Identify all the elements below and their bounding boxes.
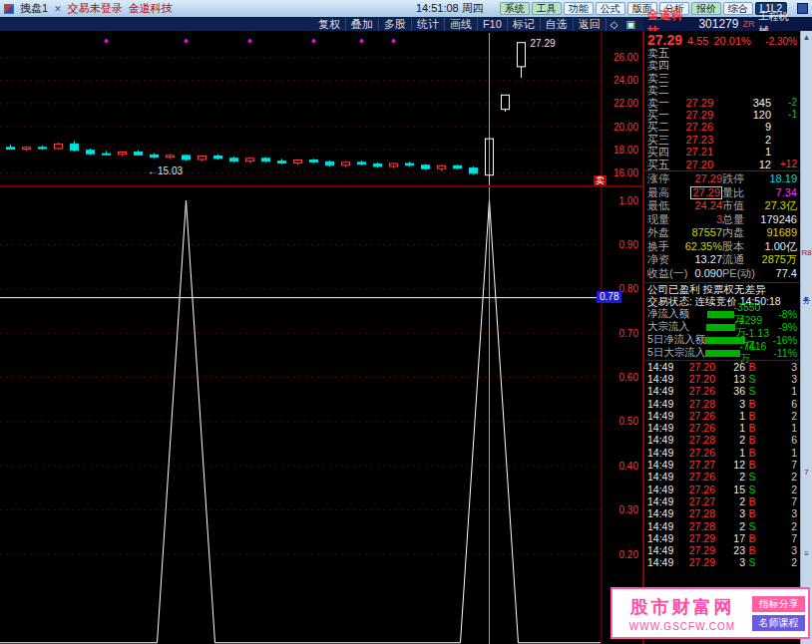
app-window: 拽盘1 ✕ 交易未登录 金道科技 14:51:08 周四 系统工具功能公式版面分… — [0, 0, 812, 644]
toolbar-复权[interactable]: 复权 — [313, 18, 346, 31]
menu-系统[interactable]: 系统 — [500, 2, 530, 15]
toolbar-标记[interactable]: 标记 — [508, 18, 541, 31]
order-delta — [771, 121, 797, 133]
strip-item-7[interactable]: 7 — [801, 468, 812, 477]
order-book-row[interactable]: 卖四 — [644, 59, 800, 71]
tick-count: 2 — [759, 410, 797, 422]
svg-text:0.50: 0.50 — [619, 416, 639, 427]
tab-close-icon[interactable]: ✕ — [54, 4, 62, 14]
stat-value: 13.27 — [694, 253, 722, 267]
stat-value: 7.34 — [776, 186, 797, 200]
stat-label: 市值 — [722, 199, 744, 213]
stat-value: 1.00亿 — [765, 240, 797, 254]
stat-value: 2875万 — [762, 253, 797, 267]
diamond-icon[interactable]: ◇ — [607, 19, 622, 30]
watermark-banner[interactable]: 股市财富网 WWW.GSCFW.COM 指标分享 名师课程 — [610, 587, 810, 639]
stat-label: 收益(一) — [647, 267, 687, 281]
order-level-label: 买三 — [647, 134, 673, 146]
login-status[interactable]: 交易未登录 — [68, 1, 123, 16]
tick-price: 27.28 — [679, 520, 715, 532]
tick-count: 2 — [759, 556, 797, 568]
tick-side: B — [745, 447, 759, 459]
kline-toolbar: 复权叠加多股统计画线F10标记自选返回 ◇ ▣ — [0, 17, 643, 31]
strip-item-▲[interactable]: ▲ — [801, 33, 812, 42]
stat-value: 77.4 — [776, 267, 797, 281]
toolbar-统计[interactable]: 统计 — [412, 18, 445, 31]
order-book-row[interactable]: 买一27.29120-1 — [644, 109, 800, 121]
order-book-row[interactable]: 卖五 — [644, 47, 800, 59]
order-book-row[interactable]: 卖二 — [644, 84, 800, 96]
menu-综合[interactable]: 综合 — [723, 2, 753, 15]
app-icon — [4, 4, 14, 14]
menu-功能[interactable]: 功能 — [564, 2, 594, 15]
svg-text:0.80: 0.80 — [619, 283, 639, 294]
stats-grid: 涨停27.29跌停18.19最高27.29量比7.34最低24.24市值27.3… — [644, 170, 800, 282]
titlebar-menus: 系统工具功能公式版面分析报价综合L1L2 — [500, 2, 787, 15]
stat-cell: 最高27.29 — [647, 186, 722, 200]
tick-time: 14:49 — [647, 520, 679, 532]
menu-公式[interactable]: 公式 — [596, 2, 625, 15]
window-split-icon[interactable]: ▣ — [622, 19, 639, 30]
candlestick-pane[interactable]: 26.0024.0022.0020.0018.0016.0027.29←15.0… — [0, 31, 642, 185]
toolbar-叠加[interactable]: 叠加 — [346, 18, 379, 31]
layout-icon[interactable] — [797, 3, 808, 14]
menu-报价[interactable]: 报价 — [691, 2, 721, 15]
stat-value: 27.29 — [694, 172, 722, 186]
order-volume: 9 — [713, 121, 771, 133]
order-book-row[interactable]: 卖一27.29345-2 — [644, 97, 800, 109]
flow-pct: -8% — [769, 308, 797, 320]
order-book-row[interactable]: 买三27.232 — [644, 134, 800, 146]
svg-text:←15.03: ←15.03 — [148, 165, 183, 176]
tick-time: 14:49 — [647, 398, 679, 410]
tick-side: B — [745, 361, 759, 373]
tick-side: S — [745, 373, 759, 385]
tick-count: 7 — [759, 459, 797, 471]
price-change: 4.55 — [687, 35, 708, 47]
order-volume: 12 — [713, 159, 771, 170]
toolbar-多股[interactable]: 多股 — [379, 18, 412, 31]
tick-row: 14:4927.2615S2 — [644, 483, 800, 495]
stats-row: 收益(一)0.090PE(动)77.4 — [644, 267, 800, 281]
tick-count: 3 — [759, 361, 797, 373]
order-book-row[interactable]: 卖三 — [644, 72, 800, 84]
order-price — [673, 72, 713, 84]
current-stock-shortcut[interactable]: 金道科技 — [129, 1, 173, 16]
order-book-row[interactable]: 买五27.2012+12 — [644, 159, 800, 170]
order-level-label: 卖五 — [647, 47, 673, 59]
tick-side: B — [745, 544, 759, 556]
order-book-row[interactable]: 买四27.211 — [644, 146, 800, 158]
toolbar-F10[interactable]: F10 — [478, 18, 508, 31]
workspace-tab[interactable]: 拽盘1 — [20, 1, 48, 16]
chart-area[interactable]: 26.0024.0022.0020.0018.0016.0027.29←15.0… — [0, 31, 643, 644]
last-price: 27.29 — [647, 32, 682, 48]
toolbar-画线[interactable]: 画线 — [445, 18, 478, 31]
indicator-pane[interactable]: 1.000.900.800.700.600.500.400.300.20 0.7… — [0, 187, 642, 644]
toolbar-返回[interactable]: 返回 — [574, 18, 607, 31]
flow-pct: -9% — [769, 321, 797, 333]
toolbar-自选[interactable]: 自选 — [541, 18, 574, 31]
strip-item-≡[interactable]: ≡ — [801, 549, 812, 558]
stat-cell: 净资13.27 — [647, 253, 722, 267]
strip-item-务[interactable]: 务 — [801, 296, 812, 305]
tick-volume: 3 — [715, 556, 745, 568]
watermark-url[interactable]: WWW.GSCFW.COM — [612, 621, 752, 632]
stats-row: 涨停27.29跌停18.19 — [644, 172, 800, 186]
price-line: 27.29 4.55 20.01% -2.30% — [644, 31, 800, 47]
svg-text:1.00: 1.00 — [619, 195, 639, 206]
tick-side: B — [745, 434, 759, 446]
tick-price: 27.26 — [679, 471, 715, 483]
tick-row: 14:4927.2026B3 — [644, 361, 800, 373]
tick-side: B — [745, 398, 759, 410]
trade-status: 交易状态: 连续竞价 14:50:18 — [644, 295, 800, 308]
tick-row: 14:4927.2923B3 — [644, 544, 800, 556]
tick-volume: 1 — [715, 447, 745, 459]
stat-label: 外盘 — [647, 226, 669, 240]
flow-label: 5日净流入额 — [647, 333, 705, 347]
order-book-row[interactable]: 买二27.269 — [644, 121, 800, 133]
tick-volume: 2 — [715, 495, 745, 507]
order-volume — [713, 72, 771, 84]
strip-item-R8[interactable]: R8 — [801, 248, 812, 257]
order-level-label: 卖二 — [647, 84, 673, 96]
menu-工具[interactable]: 工具 — [532, 2, 562, 15]
stat-value: 87557 — [691, 226, 722, 240]
